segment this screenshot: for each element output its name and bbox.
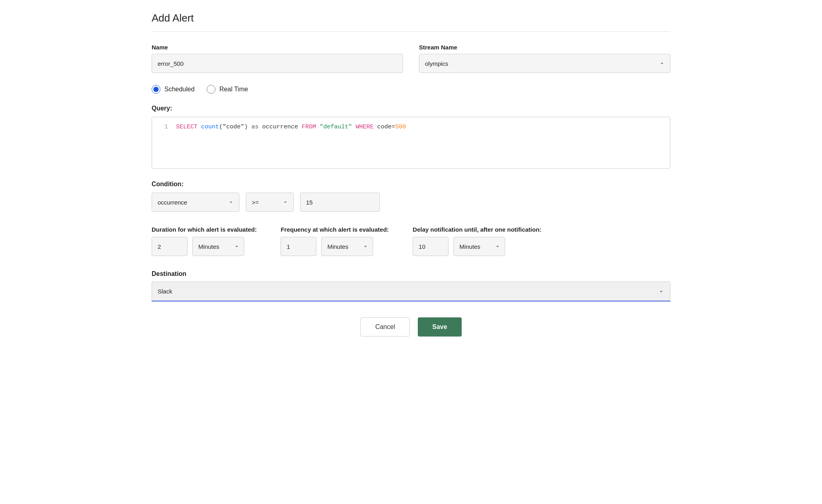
sql-value: 500: [395, 124, 406, 130]
sql-table: "default": [320, 124, 352, 130]
sql-where: WHERE: [356, 124, 373, 130]
frequency-label: Frequency at which alert is evaluated:: [281, 226, 389, 233]
query-label: Query:: [152, 105, 670, 112]
delay-value-input[interactable]: [413, 237, 449, 256]
delay-label: Delay notification until, after one noti…: [413, 226, 541, 233]
frequency-inputs: Minutes Hours Seconds: [281, 237, 389, 256]
line-number: 1: [160, 124, 168, 130]
duration-unit-select[interactable]: Minutes Hours Seconds: [192, 237, 244, 256]
condition-label: Condition:: [152, 181, 670, 188]
sql-from: FROM: [302, 124, 316, 130]
delay-unit-select[interactable]: Minutes Hours Seconds: [453, 237, 505, 256]
condition-field-select[interactable]: occurrence count value: [152, 193, 239, 212]
name-label: Name: [152, 44, 403, 51]
sql-select: SELECT: [176, 124, 198, 130]
page-title: Add Alert: [152, 12, 670, 24]
destination-label: Destination: [152, 270, 670, 278]
delay-group: Delay notification until, after one noti…: [413, 226, 541, 256]
delay-inputs: Minutes Hours Seconds: [413, 237, 541, 256]
sql-condition: code=: [377, 124, 395, 130]
frequency-unit-select[interactable]: Minutes Hours Seconds: [321, 237, 373, 256]
button-row: Cancel Save: [152, 317, 670, 337]
sql-as: as: [251, 124, 259, 130]
timing-row: Duration for which alert is evaluated: M…: [152, 226, 670, 256]
duration-value-input[interactable]: [152, 237, 188, 256]
stream-name-select[interactable]: olympics default events: [419, 54, 670, 73]
query-editor[interactable]: 1 SELECT count("code") as occurrence FRO…: [152, 117, 670, 169]
realtime-radio-option[interactable]: Real Time: [207, 85, 248, 94]
duration-inputs: Minutes Hours Seconds: [152, 237, 257, 256]
query-code-line: SELECT count("code") as occurrence FROM …: [176, 124, 406, 162]
sql-arg: ("code"): [219, 124, 248, 130]
stream-name-label: Stream Name: [419, 44, 670, 51]
condition-row: occurrence count value >= > <= < = !=: [152, 193, 670, 212]
condition-operator-select[interactable]: >= > <= < = !=: [246, 193, 294, 212]
sql-alias: occurrence: [262, 124, 298, 130]
duration-group: Duration for which alert is evaluated: M…: [152, 226, 257, 256]
frequency-value-input[interactable]: [281, 237, 316, 256]
scheduled-label: Scheduled: [164, 86, 195, 93]
scheduled-radio[interactable]: [152, 85, 160, 94]
frequency-group: Frequency at which alert is evaluated: M…: [281, 226, 389, 256]
divider: [152, 32, 670, 32]
destination-select[interactable]: Slack Email PagerDuty Webhook: [152, 282, 670, 301]
cancel-button[interactable]: Cancel: [360, 317, 410, 337]
name-input[interactable]: [152, 54, 403, 73]
destination-select-wrap: Slack Email PagerDuty Webhook: [152, 282, 670, 301]
sql-function: count: [201, 124, 219, 130]
destination-section: Destination Slack Email PagerDuty Webhoo…: [152, 270, 670, 301]
condition-threshold-input[interactable]: [300, 193, 380, 212]
realtime-label: Real Time: [219, 86, 248, 93]
duration-label: Duration for which alert is evaluated:: [152, 226, 257, 233]
save-button[interactable]: Save: [418, 317, 461, 337]
scheduled-radio-option[interactable]: Scheduled: [152, 85, 195, 94]
realtime-radio[interactable]: [207, 85, 215, 94]
alert-type-radio-group: Scheduled Real Time: [152, 85, 670, 94]
